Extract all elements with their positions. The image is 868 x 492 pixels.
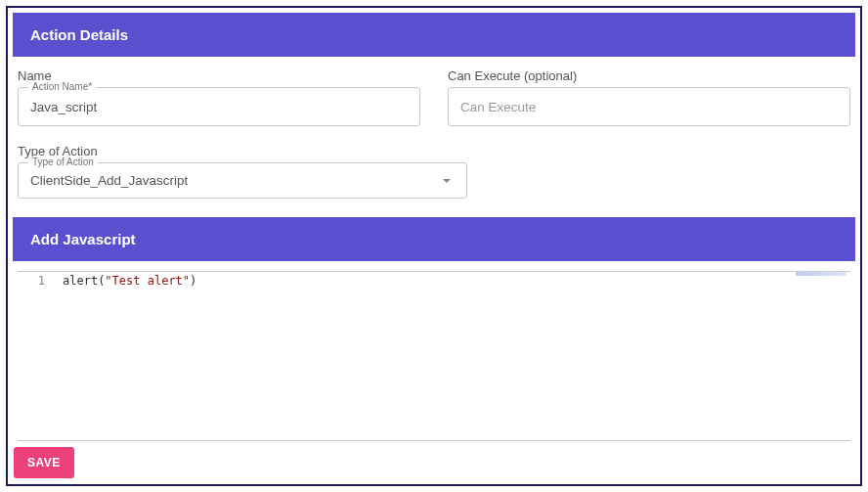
- type-floating-label: Type of Action: [28, 157, 98, 167]
- section-title-add-js: Add Javascript: [30, 231, 136, 247]
- field-group-name: Name Action Name*: [18, 68, 420, 126]
- form-row-name-execute: Name Action Name* Can Execute (optional): [8, 57, 860, 136]
- type-select-value: ClientSide_Add_Javascript: [30, 173, 188, 188]
- section-header-action-details: Action Details: [13, 13, 855, 57]
- can-execute-label: Can Execute (optional): [448, 68, 850, 83]
- token-paren-close: ): [190, 274, 196, 288]
- name-floating-label: Action Name*: [28, 81, 96, 92]
- token-function: alert: [63, 274, 98, 288]
- section-header-add-js: Add Javascript: [13, 217, 855, 261]
- token-string: "Test alert": [105, 274, 190, 288]
- can-execute-input[interactable]: [460, 100, 838, 114]
- section-title: Action Details: [30, 26, 128, 43]
- type-select[interactable]: Type of Action ClientSide_Add_Javascript: [18, 162, 467, 199]
- code-editor[interactable]: 1 alert("Test alert"): [18, 271, 850, 441]
- can-execute-input-wrap[interactable]: [448, 87, 850, 126]
- field-group-type: Type of Action Type of Action ClientSide…: [8, 136, 860, 212]
- name-input-wrap[interactable]: Action Name*: [18, 87, 420, 126]
- chevron-down-icon: [443, 179, 451, 183]
- code-content[interactable]: alert("Test alert"): [57, 274, 196, 288]
- save-button[interactable]: SAVE: [14, 447, 74, 478]
- footer: SAVE: [8, 441, 860, 484]
- type-label: Type of Action: [18, 144, 850, 158]
- editor-line-1[interactable]: 1 alert("Test alert"): [18, 272, 850, 288]
- editor-minimap: [796, 272, 846, 276]
- line-number: 1: [18, 274, 57, 288]
- form-container: Action Details Name Action Name* Can Exe…: [6, 6, 862, 486]
- field-group-can-execute: Can Execute (optional): [448, 68, 850, 126]
- action-name-input[interactable]: [30, 100, 408, 114]
